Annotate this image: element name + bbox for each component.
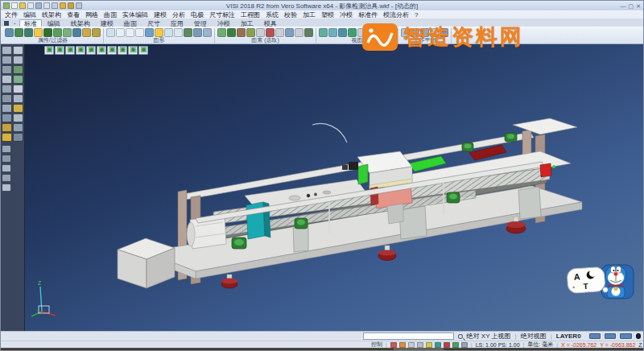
layer-panel-icon[interactable]: [2, 145, 11, 153]
surface-tool-icon[interactable]: [13, 75, 23, 84]
status-blue-button-3[interactable]: [620, 333, 631, 339]
hidden-line-icon[interactable]: [135, 28, 144, 37]
view-side-icon[interactable]: [338, 28, 347, 37]
block-tool-icon[interactable]: [13, 85, 23, 93]
ribbon-tab-模具[interactable]: 模具: [259, 19, 282, 27]
wireframe-view-icon[interactable]: [116, 28, 125, 37]
new-file-icon[interactable]: [3, 2, 10, 9]
line-tool-icon[interactable]: [13, 56, 23, 64]
workplane-reset-icon[interactable]: [430, 28, 439, 37]
workplane-store-icon[interactable]: [440, 28, 448, 37]
menu-item-13[interactable]: 系统: [266, 10, 279, 19]
snap-tangent-icon[interactable]: [435, 342, 441, 348]
pan-view-icon[interactable]: [174, 28, 183, 37]
filter-edge-icon[interactable]: [53, 28, 62, 37]
mirror-tool-icon[interactable]: [2, 114, 12, 122]
snap-point-icon[interactable]: [390, 342, 397, 348]
menu-item-10[interactable]: 电极: [191, 10, 204, 19]
zoom-extents-icon[interactable]: [164, 28, 173, 37]
copy-icon[interactable]: [52, 2, 58, 9]
render-mode-icon[interactable]: [193, 28, 202, 37]
select-element-icon[interactable]: [217, 28, 226, 37]
delete-tool-icon[interactable]: [13, 46, 23, 55]
command-input[interactable]: [363, 332, 454, 340]
view-prev-icon[interactable]: [367, 28, 376, 37]
chamfer-tool-icon[interactable]: [13, 94, 23, 103]
trim-tool-icon[interactable]: [2, 104, 12, 113]
filter-active-icon[interactable]: [34, 28, 43, 37]
zoom-window-icon[interactable]: [155, 28, 163, 37]
dimension-tool-icon[interactable]: [13, 133, 23, 142]
arc-tool-icon[interactable]: [2, 65, 12, 74]
maximize-button[interactable]: ▢: [629, 3, 634, 9]
ribbon-tab-线架构[interactable]: 线架构: [66, 19, 95, 27]
menu-item-14[interactable]: 校验: [284, 10, 297, 19]
view-front-icon[interactable]: [328, 28, 337, 37]
view-manager-icon[interactable]: [203, 28, 212, 37]
filter-wire-icon[interactable]: [72, 28, 81, 37]
select-layer-icon[interactable]: [275, 28, 284, 37]
snap-mid-icon[interactable]: [408, 342, 415, 348]
scale-tool-icon[interactable]: [13, 123, 23, 132]
properties-panel-icon[interactable]: [2, 174, 11, 182]
ribbon-tab-编辑[interactable]: 编辑: [43, 19, 65, 27]
open-file-icon[interactable]: [11, 2, 18, 9]
graphics-viewport[interactable]: Z A T: [25, 44, 643, 331]
status-indicator-dot[interactable]: [636, 333, 641, 339]
dynamic-rotate-icon[interactable]: [145, 28, 154, 37]
status-blue-button-1[interactable]: [589, 333, 601, 339]
ribbon-tab-应用[interactable]: 应用: [166, 19, 188, 27]
point-tool-icon[interactable]: [2, 56, 12, 64]
rotate-tool-icon[interactable]: [2, 123, 12, 132]
menu-item-6[interactable]: 曲面: [104, 10, 117, 19]
view-custom-icon[interactable]: [386, 28, 395, 37]
select-tool-icon[interactable]: [2, 46, 12, 55]
close-button[interactable]: ✕: [636, 3, 641, 9]
ribbon-tab-标准[interactable]: 标准: [19, 19, 42, 27]
menu-item-19[interactable]: 模流分析: [383, 10, 409, 19]
save-all-icon[interactable]: [27, 2, 34, 9]
snap-center-icon[interactable]: [417, 342, 423, 348]
solid-tool-icon[interactable]: [2, 85, 12, 93]
feature-tree-icon[interactable]: [2, 164, 11, 172]
snap-intersect-icon[interactable]: [426, 342, 432, 348]
ribbon-minimize-button[interactable]: -: [11, 19, 19, 27]
ribbon-tab-管理[interactable]: 管理: [189, 19, 212, 27]
view-rotate-icon[interactable]: [357, 28, 366, 37]
menu-item-9[interactable]: 分析: [172, 10, 185, 19]
menu-item-1[interactable]: 文件: [5, 10, 18, 19]
menu-item-11[interactable]: 尺寸标注: [209, 10, 235, 19]
shade-mode-icon[interactable]: [184, 28, 192, 37]
view-indicator[interactable]: 绝对视图: [521, 332, 547, 341]
select-face-icon[interactable]: [237, 28, 246, 37]
menu-item-2[interactable]: 编辑: [23, 10, 36, 19]
menu-item-3[interactable]: 线架构: [42, 10, 61, 19]
active-layer-chip[interactable]: LAYER0: [556, 332, 581, 340]
ribbon-context-icon[interactable]: [4, 21, 9, 26]
menu-item-16[interactable]: 塑模: [321, 10, 334, 19]
ribbon-tab-曲面[interactable]: 曲面: [119, 19, 142, 27]
cad-model-linear-stage[interactable]: [25, 44, 643, 331]
filter-face-icon[interactable]: [43, 28, 52, 37]
menu-item-8[interactable]: 建模: [154, 10, 167, 19]
workplane-indicator[interactable]: 绝对 XY 上视图: [467, 332, 511, 341]
move-tool-icon[interactable]: [13, 114, 23, 122]
menu-item-18[interactable]: 标准件: [358, 10, 378, 19]
info-panel-icon[interactable]: [2, 184, 11, 192]
select-box-icon[interactable]: [256, 28, 265, 37]
measure-tool-icon[interactable]: [2, 133, 12, 142]
attr-color-icon[interactable]: [5, 28, 14, 37]
menu-item-15[interactable]: 加工: [303, 10, 316, 19]
print-icon[interactable]: [35, 2, 42, 9]
undo-icon[interactable]: [60, 2, 66, 9]
menu-item-17[interactable]: 冲模: [340, 10, 353, 19]
workplane-face-icon[interactable]: [411, 28, 419, 37]
filter-all-icon[interactable]: [92, 28, 101, 37]
filter-point-icon[interactable]: [82, 28, 91, 37]
select-body-icon[interactable]: [246, 28, 255, 37]
selection-filter-icon[interactable]: [304, 28, 313, 37]
menu-item-4[interactable]: 查看: [67, 10, 80, 19]
view-top-icon[interactable]: [319, 28, 328, 37]
select-color-icon[interactable]: [266, 28, 275, 37]
menu-item-7[interactable]: 实体编辑: [122, 10, 148, 19]
